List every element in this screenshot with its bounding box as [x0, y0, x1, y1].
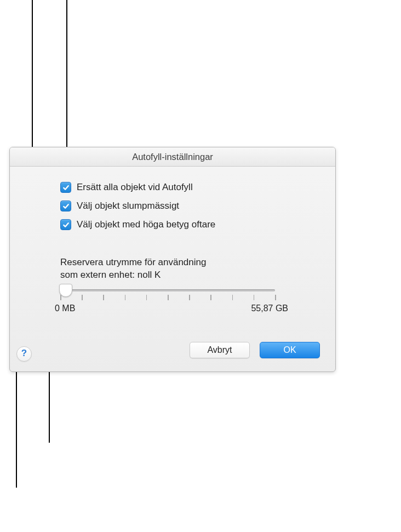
- reserve-space-label: Reservera utrymme för användning som ext…: [60, 256, 320, 282]
- slider-ticks: [60, 295, 275, 301]
- checkbox-row-random[interactable]: Välj objekt slumpmässigt: [60, 201, 320, 211]
- slider-labels: 0 MB 55,87 GB: [60, 304, 275, 313]
- checkbox-label: Välj objekt med höga betyg oftare: [77, 219, 215, 230]
- slider-tick: [60, 295, 61, 300]
- check-icon: [62, 203, 70, 210]
- autofill-settings-dialog: Autofyll-inställningar Ersätt alla objek…: [9, 147, 336, 372]
- dialog-button-row: Avbryt OK: [25, 342, 320, 358]
- slider-tick: [275, 295, 276, 300]
- slider-tick: [82, 295, 83, 300]
- checkbox-replace-all[interactable]: [60, 182, 71, 193]
- slider-tick: [146, 295, 147, 300]
- checkbox-random[interactable]: [60, 201, 71, 211]
- reserve-value: noll K: [138, 270, 161, 280]
- slider-tick: [254, 295, 255, 300]
- slider-max-label: 55,87 GB: [251, 304, 288, 313]
- slider-track[interactable]: [60, 289, 275, 291]
- slider-tick: [103, 295, 104, 300]
- reserve-line1: Reservera utrymme för användning: [60, 257, 206, 267]
- help-button[interactable]: ?: [16, 346, 32, 362]
- slider-tick: [232, 295, 233, 300]
- reserve-line2-prefix: som extern enhet:: [60, 270, 138, 280]
- slider-tick: [210, 295, 211, 300]
- checkbox-higher-rated[interactable]: [60, 219, 71, 230]
- reserve-space-slider[interactable]: 0 MB 55,87 GB: [60, 289, 298, 313]
- slider-tick: [189, 295, 190, 300]
- cancel-button[interactable]: Avbryt: [190, 342, 250, 358]
- checkbox-label: Välj objekt slumpmässigt: [77, 201, 179, 211]
- slider-tick: [125, 295, 126, 300]
- ok-button[interactable]: OK: [260, 342, 320, 358]
- check-icon: [62, 184, 70, 191]
- checkbox-row-higher-rated[interactable]: Välj objekt med höga betyg oftare: [60, 219, 320, 230]
- slider-min-label: 0 MB: [55, 304, 75, 313]
- checkbox-label: Ersätt alla objekt vid Autofyll: [77, 182, 193, 193]
- check-icon: [62, 221, 70, 228]
- dialog-title: Autofyll-inställningar: [10, 147, 335, 167]
- checkbox-row-replace-all[interactable]: Ersätt alla objekt vid Autofyll: [60, 182, 320, 193]
- slider-tick: [168, 295, 169, 300]
